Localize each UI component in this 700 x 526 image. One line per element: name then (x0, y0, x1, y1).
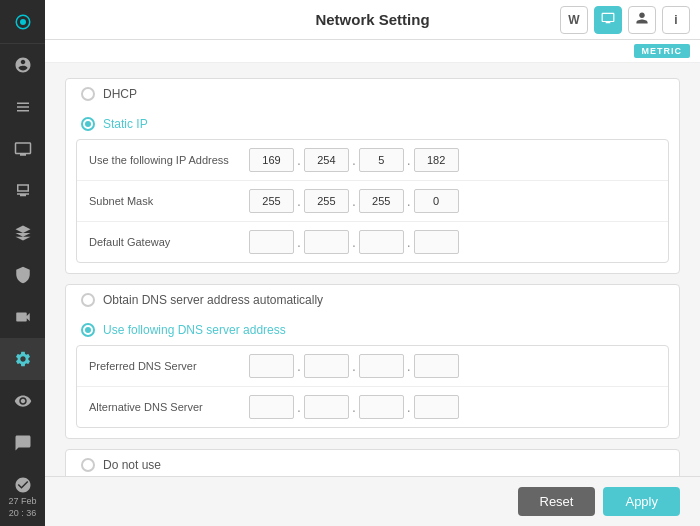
apply-button[interactable]: Apply (603, 487, 680, 516)
gateway-row: Default Gateway . . . (77, 222, 668, 262)
sidebar-logo[interactable] (0, 0, 45, 44)
ip-octet-4[interactable] (414, 148, 459, 172)
w-icon-btn[interactable]: W (560, 6, 588, 34)
sidebar-datetime: 27 Feb 20 : 36 (8, 489, 36, 526)
adns-octet-4[interactable] (414, 395, 459, 419)
use-ip-label: Use the following IP Address (89, 154, 249, 166)
static-ip-label: Static IP (103, 117, 148, 131)
metric-badge: METRIC (634, 44, 691, 58)
ip-octet-2[interactable] (304, 148, 349, 172)
static-ip-radio-row[interactable]: Static IP (66, 109, 679, 139)
alt-dns-label: Alternative DNS Server (89, 401, 249, 413)
ip-address-row: Use the following IP Address . . . (77, 140, 668, 181)
sidebar-item-chat[interactable] (0, 422, 45, 464)
pdns-octet-3[interactable] (359, 354, 404, 378)
dhcp-radio[interactable] (81, 87, 95, 101)
dns-card: Obtain DNS server address automatically … (65, 284, 680, 439)
w-icon: W (568, 13, 579, 27)
do-not-use-row[interactable]: Do not use (65, 449, 680, 476)
adns-octet-3[interactable] (359, 395, 404, 419)
main-panel: Network Setting W i METRIC (45, 0, 700, 526)
subnet-octet-1[interactable] (249, 189, 294, 213)
logo-icon (14, 13, 32, 31)
do-not-use-label: Do not use (103, 458, 161, 472)
header-icon-group: W i (560, 6, 690, 34)
dhcp-label: DHCP (103, 87, 137, 101)
user-icon-btn[interactable] (628, 6, 656, 34)
obtain-dns-radio[interactable] (81, 293, 95, 307)
info-icon-btn[interactable]: i (662, 6, 690, 34)
user-icon (635, 11, 649, 28)
metric-bar: METRIC (45, 40, 700, 63)
dns-fields-section: Preferred DNS Server . . . Alternative D… (76, 345, 669, 428)
sidebar-item-security[interactable] (0, 254, 45, 296)
pdns-octet-2[interactable] (304, 354, 349, 378)
sidebar-item-display[interactable] (0, 128, 45, 170)
svg-point-1 (20, 19, 26, 25)
footer: Reset Apply (45, 476, 700, 526)
use-dns-radio[interactable] (81, 323, 95, 337)
sidebar-bottom: 27 Feb 20 : 36 (0, 489, 45, 526)
subnet-octet-3[interactable] (359, 189, 404, 213)
gateway-label: Default Gateway (89, 236, 249, 248)
sidebar: 27 Feb 20 : 36 (0, 0, 45, 526)
static-ip-radio[interactable] (81, 117, 95, 131)
use-dns-label: Use following DNS server address (103, 323, 286, 337)
header: Network Setting W i (45, 0, 700, 40)
do-not-use-radio[interactable] (81, 458, 95, 472)
ip-mode-card: DHCP Static IP Use the following IP Addr… (65, 78, 680, 274)
pdns-octet-1[interactable] (249, 354, 294, 378)
sidebar-item-monitor[interactable] (0, 170, 45, 212)
subnet-row: Subnet Mask . . . (77, 181, 668, 222)
dhcp-radio-row[interactable]: DHCP (66, 79, 679, 109)
subnet-octet-4[interactable] (414, 189, 459, 213)
content-area: DHCP Static IP Use the following IP Addr… (45, 63, 700, 476)
sidebar-item-camera[interactable] (0, 44, 45, 86)
preferred-dns-fields: . . . (249, 354, 459, 378)
sidebar-item-eye[interactable] (0, 380, 45, 422)
gateway-octet-3[interactable] (359, 230, 404, 254)
pdns-octet-4[interactable] (414, 354, 459, 378)
preferred-dns-row: Preferred DNS Server . . . (77, 346, 668, 387)
ip-fields-section: Use the following IP Address . . . Subne… (76, 139, 669, 263)
monitor-icon (601, 11, 615, 28)
obtain-dns-label: Obtain DNS server address automatically (103, 293, 323, 307)
alt-dns-fields: . . . (249, 395, 459, 419)
ip-octet-1[interactable] (249, 148, 294, 172)
info-icon: i (674, 13, 677, 27)
ip-address-fields: . . . (249, 148, 459, 172)
reset-button[interactable]: Reset (518, 487, 596, 516)
alt-dns-row: Alternative DNS Server . . . (77, 387, 668, 427)
sidebar-item-network[interactable] (0, 212, 45, 254)
subnet-octet-2[interactable] (304, 189, 349, 213)
use-dns-radio-row[interactable]: Use following DNS server address (66, 315, 679, 345)
preferred-dns-label: Preferred DNS Server (89, 360, 249, 372)
gateway-fields: . . . (249, 230, 459, 254)
page-title: Network Setting (315, 11, 429, 28)
gateway-octet-4[interactable] (414, 230, 459, 254)
ip-octet-3[interactable] (359, 148, 404, 172)
monitor-icon-btn[interactable] (594, 6, 622, 34)
subnet-fields: . . . (249, 189, 459, 213)
gateway-octet-2[interactable] (304, 230, 349, 254)
gateway-octet-1[interactable] (249, 230, 294, 254)
adns-octet-2[interactable] (304, 395, 349, 419)
sidebar-item-recording[interactable] (0, 296, 45, 338)
adns-octet-1[interactable] (249, 395, 294, 419)
sidebar-item-playback[interactable] (0, 86, 45, 128)
obtain-dns-radio-row[interactable]: Obtain DNS server address automatically (66, 285, 679, 315)
subnet-label: Subnet Mask (89, 195, 249, 207)
sidebar-item-settings[interactable] (0, 338, 45, 380)
